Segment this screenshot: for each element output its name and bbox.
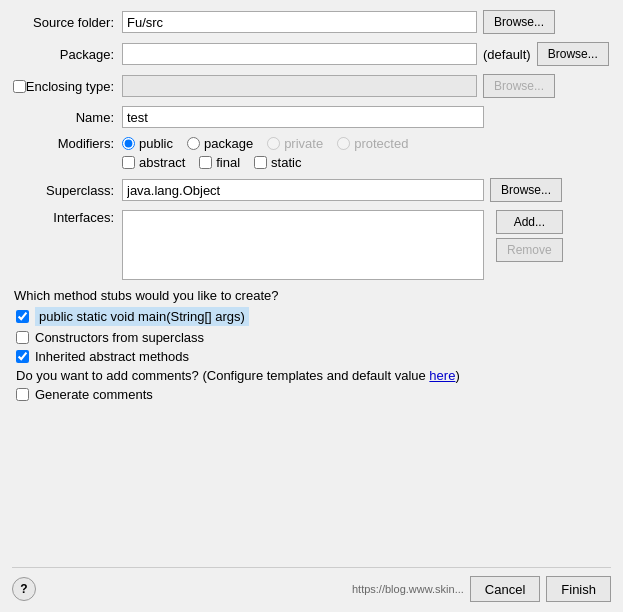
modifiers-row: Modifiers: public package private	[12, 136, 611, 170]
modifier-private-label: private	[284, 136, 323, 151]
source-folder-row: Source folder: Browse...	[12, 10, 611, 34]
enclosing-type-input[interactable]	[122, 75, 477, 97]
interfaces-remove-button[interactable]: Remove	[496, 238, 563, 262]
interfaces-label: Interfaces:	[12, 210, 122, 225]
package-label: Package:	[12, 47, 122, 62]
footer-center-right: https://blog.www.skin... Cancel Finish	[352, 576, 611, 602]
modifier-row1: public package private protected	[122, 136, 408, 151]
new-java-class-dialog: Source folder: Browse... Package: (defau…	[0, 0, 623, 612]
modifier-private-radio[interactable]	[267, 137, 280, 150]
stub-main-label: public static void main(String[] args)	[35, 307, 249, 326]
modifier-row2: abstract final static	[122, 155, 408, 170]
cancel-button[interactable]: Cancel	[470, 576, 540, 602]
comments-question-prefix: Do you want to add comments? (Configure …	[16, 368, 429, 383]
modifier-static-option: static	[254, 155, 301, 170]
package-default-text: (default)	[483, 47, 531, 62]
name-input[interactable]	[122, 106, 484, 128]
modifier-package-option: package	[187, 136, 253, 151]
modifiers-label: Modifiers:	[12, 136, 122, 151]
modifier-protected-label: protected	[354, 136, 408, 151]
modifier-protected-radio[interactable]	[337, 137, 350, 150]
interfaces-add-button[interactable]: Add...	[496, 210, 563, 234]
modifier-abstract-checkbox[interactable]	[122, 156, 135, 169]
enclosing-type-spacer: Enclosing type:	[12, 79, 122, 94]
superclass-input[interactable]	[122, 179, 484, 201]
source-folder-label: Source folder:	[12, 15, 122, 30]
finish-button[interactable]: Finish	[546, 576, 611, 602]
superclass-label: Superclass:	[12, 183, 122, 198]
package-row: Package: (default) Browse...	[12, 42, 611, 66]
stub-constructors-label: Constructors from superclass	[35, 330, 204, 345]
modifier-private-option: private	[267, 136, 323, 151]
superclass-row: Superclass: Browse...	[12, 178, 611, 202]
comments-question: Do you want to add comments? (Configure …	[16, 368, 611, 383]
dialog-footer: ? https://blog.www.skin... Cancel Finish	[12, 567, 611, 602]
form-area: Source folder: Browse... Package: (defau…	[12, 10, 611, 559]
modifier-public-option: public	[122, 136, 173, 151]
stub-constructors-row: Constructors from superclass	[16, 330, 611, 345]
stub-abstract-row: Inherited abstract methods	[16, 349, 611, 364]
footer-left: ?	[12, 577, 36, 601]
stub-abstract-checkbox[interactable]	[16, 350, 29, 363]
comments-question-suffix: )	[455, 368, 459, 383]
enclosing-type-label: Enclosing type:	[26, 79, 114, 94]
modifier-abstract-label: abstract	[139, 155, 185, 170]
stubs-question: Which method stubs would you like to cre…	[14, 288, 611, 303]
generate-comments-label: Generate comments	[35, 387, 153, 402]
modifier-public-label: public	[139, 136, 173, 151]
stubs-section: Which method stubs would you like to cre…	[12, 288, 611, 364]
modifier-final-checkbox[interactable]	[199, 156, 212, 169]
enclosing-type-row: Enclosing type: Browse...	[12, 74, 611, 98]
modifiers-container: public package private protected	[122, 136, 408, 170]
comments-section: Do you want to add comments? (Configure …	[12, 368, 611, 402]
interfaces-row: Interfaces: Add... Remove	[12, 210, 611, 280]
package-browse-button[interactable]: Browse...	[537, 42, 609, 66]
source-folder-input[interactable]	[122, 11, 477, 33]
interfaces-textarea[interactable]	[122, 210, 484, 280]
superclass-browse-button[interactable]: Browse...	[490, 178, 562, 202]
name-row: Name:	[12, 106, 611, 128]
stub-constructors-checkbox[interactable]	[16, 331, 29, 344]
modifier-abstract-option: abstract	[122, 155, 185, 170]
stub-abstract-label: Inherited abstract methods	[35, 349, 189, 364]
modifier-final-option: final	[199, 155, 240, 170]
enclosing-type-browse-button[interactable]: Browse...	[483, 74, 555, 98]
modifier-static-checkbox[interactable]	[254, 156, 267, 169]
package-input[interactable]	[122, 43, 477, 65]
modifier-package-label: package	[204, 136, 253, 151]
footer-right: Cancel Finish	[470, 576, 611, 602]
help-button[interactable]: ?	[12, 577, 36, 601]
modifier-protected-option: protected	[337, 136, 408, 151]
modifier-static-label: static	[271, 155, 301, 170]
modifier-final-label: final	[216, 155, 240, 170]
interfaces-buttons: Add... Remove	[490, 210, 563, 262]
generate-comments-checkbox[interactable]	[16, 388, 29, 401]
source-folder-browse-button[interactable]: Browse...	[483, 10, 555, 34]
comments-here-link[interactable]: here	[429, 368, 455, 383]
modifier-package-radio[interactable]	[187, 137, 200, 150]
stub-main-row: public static void main(String[] args)	[16, 307, 611, 326]
name-label: Name:	[12, 110, 122, 125]
generate-comments-row: Generate comments	[16, 387, 611, 402]
stub-main-checkbox[interactable]	[16, 310, 29, 323]
enclosing-type-checkbox[interactable]	[13, 80, 26, 93]
url-hint: https://blog.www.skin...	[352, 583, 464, 595]
modifier-public-radio[interactable]	[122, 137, 135, 150]
